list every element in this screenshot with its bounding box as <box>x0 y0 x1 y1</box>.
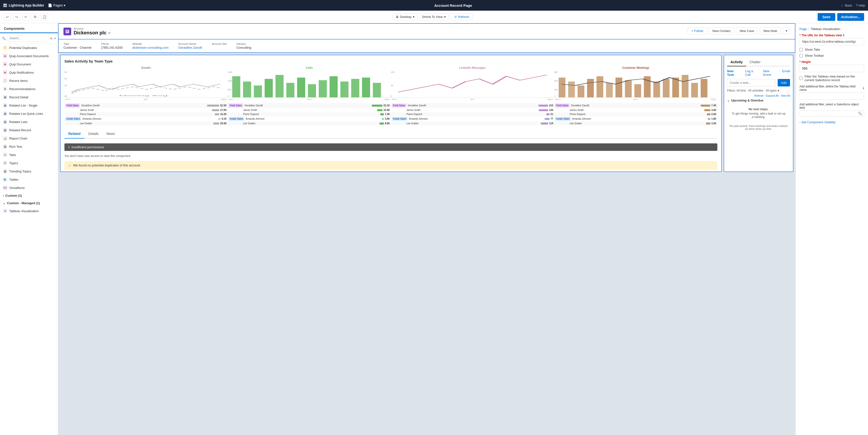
alert-box: ℹ Insufficient permissions <box>64 144 717 151</box>
chevron-down-icon[interactable]: ▾ <box>54 37 56 40</box>
add-filter-input[interactable] <box>800 93 864 100</box>
app-name[interactable]: Lightning App Builder <box>3 3 44 7</box>
view-dropdown[interactable]: Shrink To View ▾ <box>419 13 448 20</box>
sidebar-item-record-detail[interactable]: ▤ Record Detail <box>0 93 58 101</box>
svg-rect-1 <box>66 31 68 31</box>
sidebar-item-quip-notifications[interactable]: ● Quip Notifications <box>0 68 58 76</box>
sidebar-item-report-chart[interactable]: 📊 Report Chart <box>0 134 58 143</box>
svg-rect-5 <box>243 82 251 97</box>
save-button[interactable]: Save <box>817 13 835 21</box>
tab-activity[interactable]: Activity <box>727 58 746 66</box>
log-call-action[interactable]: Log a Call <box>745 69 759 76</box>
table-row: Lee Graber 119 <box>391 121 554 125</box>
tab-news[interactable]: News <box>102 129 119 138</box>
show-tabs-checkbox[interactable] <box>800 48 803 51</box>
account-label: Account <box>73 27 111 30</box>
tab-chatter[interactable]: Chatter <box>746 58 764 66</box>
sidebar-item-related-list-single[interactable]: ▤ Related List - Single <box>0 101 58 110</box>
table-row: Pierre Dupond 51 <box>391 112 554 116</box>
table-row: James Smith 27.0K <box>64 108 228 112</box>
pages-dropdown[interactable]: 📄 Pages ▾ <box>48 3 65 7</box>
filter-dropdown[interactable]: ▾ <box>778 89 779 92</box>
upcoming-header[interactable]: ⌄ Upcoming & Overdue <box>727 99 790 102</box>
sidebar-item-recommendations[interactable]: ● Recommendations <box>0 85 58 93</box>
verified-icon: ✓ <box>108 31 111 35</box>
view-all-link[interactable]: View All <box>781 94 790 97</box>
refresh-link[interactable]: Refresh <box>754 94 764 97</box>
height-input[interactable] <box>800 65 864 72</box>
table-row: Field Sales Geraldine Zanolli 52.5K <box>64 103 228 108</box>
add-object-input[interactable] <box>802 112 858 115</box>
chevron-down-icon: ▾ <box>413 15 414 19</box>
sidebar-item-related-record[interactable]: ▤ Related Record <box>0 126 58 134</box>
table-row: Lee Graber 8.9K <box>228 121 391 125</box>
sidebar-item-quip-associated[interactable]: ● Quip Associated Documents <box>0 52 58 60</box>
settings-icon[interactable]: ⚙ <box>50 37 53 40</box>
sidebar-item-recent-items[interactable]: 🕐 Recent Items <box>0 76 58 85</box>
table-row: Field Sales Geraldine Zanolli 7.4K <box>554 103 717 108</box>
set-visibility[interactable]: › Set Component Visibility <box>800 120 864 124</box>
svg-rect-12 <box>319 80 327 97</box>
new-event-action[interactable]: New Event <box>763 69 778 76</box>
filter-checkbox[interactable] <box>800 76 803 80</box>
custom-managed-section[interactable]: ⌄ Custom - Managed (1) <box>0 199 58 207</box>
more-actions-button[interactable]: ▾ <box>783 27 790 34</box>
meta-industry: Industry Consulting <box>237 42 251 50</box>
owner-link[interactable]: Geraldine Zanolli <box>178 46 202 50</box>
paste-button[interactable]: 📋 <box>41 13 48 21</box>
svg-rect-4 <box>232 76 241 97</box>
tab-details[interactable]: Details <box>85 129 103 138</box>
custom-section[interactable]: › Custom (1) <box>0 192 58 199</box>
sidebar-item-twitter[interactable]: 🐦 Twitter <box>0 175 58 184</box>
grid-icon <box>3 3 7 7</box>
account-header: Account Dickenson plc ✓ + Follow New Con… <box>58 23 795 39</box>
new-case-button[interactable]: New Case <box>736 27 758 34</box>
chevron-down-icon: ▾ <box>64 3 65 7</box>
sidebar-item-tableau[interactable]: ✦ Tableau Visualization <box>0 207 58 215</box>
follow-button[interactable]: + Follow <box>688 27 707 34</box>
sidebar-item-related-lists[interactable]: ▤ Related Lists <box>0 118 58 126</box>
email-action[interactable]: Email <box>782 69 790 76</box>
sidebar-item-topics[interactable]: # Topics <box>0 159 58 167</box>
quip-document-icon: ● <box>3 62 7 66</box>
tab-related[interactable]: Related <box>64 129 85 138</box>
search-input[interactable] <box>7 35 49 41</box>
activation-button[interactable]: Activation... <box>837 13 864 21</box>
sidebar-item-visualforce[interactable]: </> Visualforce <box>0 184 58 192</box>
sidebar-search-area: 🔍 ⚙ ▾ <box>0 33 58 43</box>
undo-button[interactable]: ↩ <box>4 13 11 21</box>
help-button[interactable]: ? Help <box>856 4 865 7</box>
tabs-icon: ▭ <box>3 153 7 157</box>
new-note-button[interactable]: New Note <box>760 27 781 34</box>
sidebar-item-related-list-quick-links[interactable]: ▤ Related List Quick Links <box>0 110 58 118</box>
redo-button[interactable]: ↪ <box>13 13 20 21</box>
recommendations-icon: ● <box>3 87 7 91</box>
meta-owner: Account Owner Geraldine Zanolli <box>178 42 202 50</box>
copy-button[interactable]: ⧉ <box>31 13 39 21</box>
device-dropdown[interactable]: 🖥 Desktop ▾ <box>393 13 417 20</box>
refresh-button[interactable]: ↺ Refresh <box>451 13 473 20</box>
url-input[interactable] <box>800 38 864 45</box>
account-header-left: Account Dickenson plc ✓ <box>63 27 111 36</box>
task-input[interactable] <box>727 79 776 87</box>
add-button[interactable]: Add <box>778 79 790 87</box>
past-note: No past activity. Past meetings and task… <box>727 123 790 132</box>
new-contact-button[interactable]: New Contact <box>709 27 734 34</box>
expand-all-link[interactable]: Expand All <box>766 94 779 97</box>
show-toolbar-checkbox[interactable] <box>800 54 803 57</box>
new-task-action[interactable]: New Task <box>727 69 741 76</box>
sidebar-item-potential-duplicates[interactable]: ⚡ Potential Duplicates <box>0 43 58 52</box>
svg-rect-30 <box>672 77 679 97</box>
expand-links: Refresh · Expand All · View All <box>727 94 790 97</box>
sidebar-item-quip-document[interactable]: ● Quip Document <box>0 60 58 68</box>
sidebar-item-tabs[interactable]: ▭ Tabs <box>0 151 58 159</box>
search-icon[interactable]: 🔍 <box>858 112 862 115</box>
sidebar-item-trending-topics[interactable]: ▤ Trending Topics <box>0 167 58 175</box>
height-field-label: * Height <box>800 60 864 64</box>
arrow-left-icon: ← <box>841 4 844 7</box>
website-link[interactable]: dickenson-consulting.com <box>132 46 169 50</box>
sidebar-item-rich-text[interactable]: ▤ Rich Text <box>0 143 58 151</box>
breadcrumb-page-link[interactable]: Page <box>800 27 807 31</box>
cut-button[interactable]: ✂ <box>22 13 30 21</box>
back-button[interactable]: ← Back <box>841 4 852 7</box>
